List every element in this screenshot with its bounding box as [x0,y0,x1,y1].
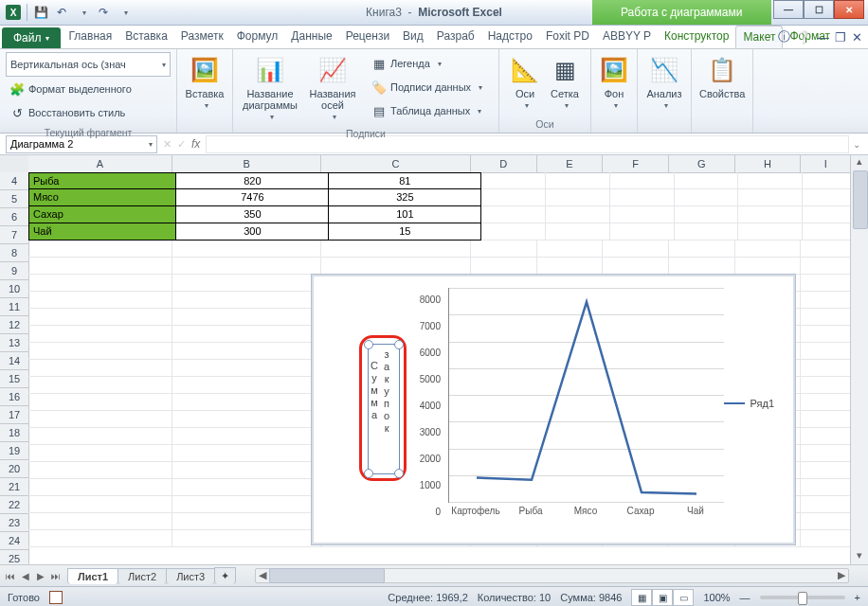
cell[interactable]: 15 [329,223,481,241]
cell[interactable]: 101 [329,206,481,223]
cell[interactable] [172,275,322,292]
row-header[interactable]: 12 [0,316,28,334]
cell[interactable]: 820 [176,172,329,189]
mdi-close-icon[interactable]: ✕ [852,30,862,45]
cell[interactable] [801,292,851,309]
cell[interactable] [28,326,172,343]
select-all-corner[interactable] [0,155,29,173]
cell[interactable] [669,241,735,258]
cell[interactable] [546,223,610,241]
cell[interactable] [471,241,537,258]
axis-titles-button[interactable]: 📈Названия осей [301,52,364,125]
cell[interactable] [675,172,739,189]
fx-icon[interactable]: fx [191,137,200,151]
cell[interactable] [675,223,739,241]
cell[interactable] [28,394,172,411]
cell[interactable] [801,258,851,275]
cell[interactable] [172,479,322,496]
cell[interactable] [481,172,546,189]
cell[interactable] [546,172,610,189]
page-layout-view-button[interactable]: ▣ [652,589,673,606]
mdi-restore-icon[interactable]: ❐ [835,30,846,45]
cell[interactable] [28,241,172,258]
cell[interactable] [603,258,669,275]
col-header-I[interactable]: I [801,155,851,172]
new-sheet-button[interactable]: ✦ [214,567,236,584]
gridlines-button[interactable]: ▦Сетка [545,52,585,114]
cell[interactable] [172,496,322,513]
page-break-view-button[interactable]: ▭ [673,589,694,606]
col-header-E[interactable]: E [537,155,604,172]
cell[interactable] [801,479,851,496]
cell[interactable] [610,189,675,206]
format-selection-button[interactable]: 🧩Формат выделенного [6,78,171,100]
cell[interactable] [537,258,604,275]
undo-dropdown-icon[interactable] [73,3,92,22]
tab-макет[interactable]: Макет [735,26,783,48]
cell[interactable] [28,292,172,309]
normal-view-button[interactable]: ▦ [631,589,652,606]
cell[interactable] [481,206,546,223]
cell[interactable] [321,258,471,275]
cell[interactable] [803,189,851,206]
cell[interactable]: 300 [176,223,329,241]
cell[interactable] [172,513,322,530]
row-header[interactable]: 24 [0,532,28,550]
background-button[interactable]: 🖼️Фон [597,52,631,114]
cell[interactable] [735,258,802,275]
cell[interactable] [675,206,739,223]
row-header[interactable]: 8 [0,244,28,262]
cell[interactable] [801,411,851,428]
cell[interactable] [738,189,803,206]
cell[interactable] [801,326,851,343]
chart-legend[interactable]: Ряд1 [724,398,774,409]
row-header[interactable]: 14 [0,352,28,370]
row-header[interactable]: 18 [0,424,28,442]
tab-данные[interactable]: Данные [284,26,338,46]
col-header-A[interactable]: A [28,155,172,172]
excel-icon[interactable]: X [4,3,23,22]
cell[interactable] [803,206,851,223]
expand-formula-bar-icon[interactable]: ⌄ [849,139,864,150]
row-header[interactable]: 11 [0,298,28,316]
cell[interactable] [28,360,172,377]
row-header[interactable]: 7 [0,226,28,244]
row-header[interactable]: 13 [0,334,28,352]
cell[interactable] [735,241,802,258]
cell[interactable] [172,241,322,258]
close-button[interactable]: ✕ [834,0,864,19]
cell[interactable] [172,428,322,445]
zoom-level[interactable]: 100% [703,592,730,603]
cell[interactable] [546,189,610,206]
row-header[interactable]: 22 [0,496,28,514]
col-header-C[interactable]: C [321,155,471,172]
cell[interactable] [28,496,172,513]
zoom-slider[interactable] [760,596,845,599]
cell[interactable] [172,326,322,343]
properties-button[interactable]: 📋Свойства [697,52,747,102]
cell[interactable] [669,258,735,275]
cell[interactable] [801,241,851,258]
horizontal-scrollbar[interactable]: ◀ ▶ [255,568,849,583]
tab-вставка[interactable]: Вставка [118,26,174,46]
legend-button[interactable]: ▦Легенда [368,52,486,75]
cell[interactable] [481,189,546,206]
save-icon[interactable]: 💾 [31,3,50,22]
enter-formula-icon[interactable]: ✓ [177,138,186,151]
insert-button[interactable]: 🖼️Вставка [183,52,226,114]
row-header[interactable]: 4 [0,172,28,190]
cell[interactable] [172,292,322,309]
cell[interactable]: Рыба [28,172,176,189]
chart-element-selector[interactable]: Вертикальная ось (знач [6,52,171,77]
row-header[interactable]: 15 [0,370,28,388]
cell[interactable] [28,377,172,394]
cell[interactable] [801,394,851,411]
sheet-tab[interactable]: Лист1 [67,568,118,584]
cell[interactable] [172,360,322,377]
cell[interactable] [172,343,322,360]
zoom-out-button[interactable]: — [740,592,750,603]
cell[interactable] [321,241,471,258]
cell[interactable]: Чай [28,223,176,241]
analysis-button[interactable]: 📉Анализ [643,52,685,114]
cell[interactable] [172,258,322,275]
